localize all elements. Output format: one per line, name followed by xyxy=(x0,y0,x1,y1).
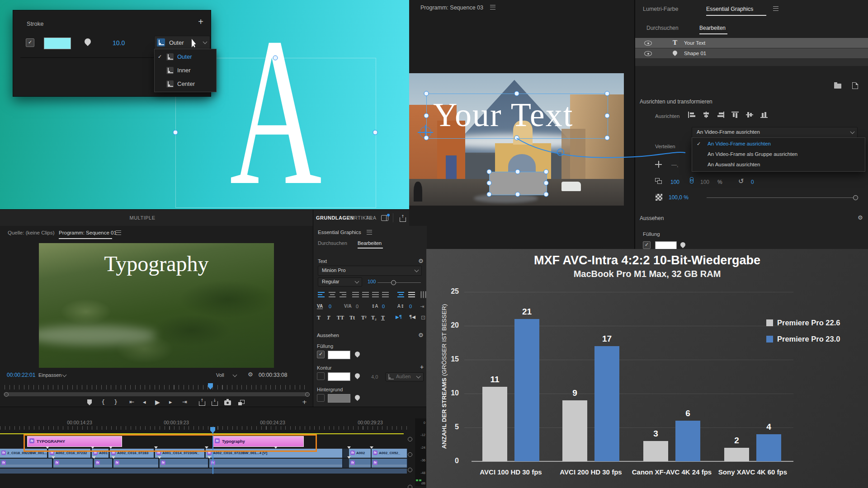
add-button-icon[interactable]: + xyxy=(302,399,307,405)
shape-selection-handle[interactable] xyxy=(544,181,549,186)
tab-lumetri[interactable]: Lumetri-Farbe xyxy=(643,6,679,12)
link-icon[interactable] xyxy=(689,177,694,183)
a1-clip[interactable]: fx xyxy=(349,459,372,468)
justify-last-center-icon[interactable] xyxy=(362,292,369,297)
visibility-eye-icon[interactable] xyxy=(644,51,652,56)
glyph-snap-icon[interactable]: ⊡ xyxy=(421,314,425,321)
eyedropper-icon[interactable] xyxy=(679,241,687,249)
vertical-align-center-icon[interactable] xyxy=(408,292,415,297)
align-text-left-icon[interactable] xyxy=(318,292,325,297)
align-text-right-icon[interactable] xyxy=(340,292,346,297)
wrench-icon[interactable]: ⚙ xyxy=(858,214,863,221)
align-bottom-icon[interactable] xyxy=(760,112,768,118)
monitor-scrollbar[interactable] xyxy=(4,392,309,396)
a1-clip[interactable]: fx xyxy=(113,459,159,468)
faux-bold-icon[interactable]: T xyxy=(317,314,321,321)
extract-icon[interactable] xyxy=(212,401,218,406)
fill-color-swatch[interactable] xyxy=(328,351,350,359)
tab-durchsuchen[interactable]: Durchsuchen xyxy=(318,240,347,246)
workspace-tab-multiple[interactable]: MULTIPLE xyxy=(123,215,162,221)
tab-durchsuchen[interactable]: Durchsuchen xyxy=(646,25,679,31)
menu-item-center[interactable]: Center xyxy=(155,77,216,91)
panel-menu-icon[interactable] xyxy=(367,230,372,235)
workspace-tab-tra[interactable]: TRA xyxy=(366,215,377,221)
opacity-slider-handle[interactable] xyxy=(853,195,858,200)
wrench-icon[interactable]: ⚙ xyxy=(248,371,253,378)
layer-row-shape[interactable]: Shape 01 xyxy=(635,48,868,59)
text-selection-handle[interactable] xyxy=(424,91,429,96)
step-forward-icon[interactable]: ▸ xyxy=(169,399,172,405)
scale-y-value[interactable]: 100 xyxy=(700,179,709,185)
eyedropper-icon[interactable] xyxy=(354,351,361,358)
new-layer-icon[interactable] xyxy=(852,82,858,89)
fill-checkbox[interactable] xyxy=(643,241,651,249)
background-color-swatch[interactable] xyxy=(328,394,350,403)
opacity-value[interactable]: 100,0 % xyxy=(669,194,689,201)
panel-menu-icon[interactable] xyxy=(773,6,778,11)
visibility-eye-icon[interactable] xyxy=(644,41,652,46)
shape-selection-handle[interactable] xyxy=(487,181,492,186)
v1-clip[interactable]: fxA002_C052_ xyxy=(372,449,408,458)
panel-menu-icon[interactable] xyxy=(490,5,495,9)
justify-all-icon[interactable] xyxy=(382,292,389,297)
lift-icon[interactable] xyxy=(199,401,205,406)
scrollbar-end-handle[interactable] xyxy=(4,392,9,397)
kerning-value[interactable]: 0 xyxy=(356,304,359,309)
a1-clip[interactable]: fx xyxy=(94,459,113,468)
shape-selection-handle[interactable] xyxy=(544,169,549,174)
vertical-align-top-icon[interactable] xyxy=(397,292,404,297)
track-scroll-handle[interactable] xyxy=(408,468,412,472)
menu-item-align-2[interactable]: An Auswahl ausrichten xyxy=(692,160,865,170)
small-caps-icon[interactable]: Tt xyxy=(349,314,355,321)
mark-out-icon[interactable]: } xyxy=(114,399,118,405)
mark-in-icon[interactable]: { xyxy=(101,399,105,405)
track-scroll-handle[interactable] xyxy=(408,485,412,488)
export-icon[interactable] xyxy=(400,217,406,222)
menu-item-inner[interactable]: Inner xyxy=(155,64,216,77)
text-selection-handle[interactable] xyxy=(424,136,429,141)
font-size-slider-handle[interactable] xyxy=(391,280,396,285)
fill-color-swatch[interactable] xyxy=(655,241,677,249)
go-to-out-icon[interactable]: ⇥ xyxy=(182,399,187,405)
a1-clip[interactable]: fx xyxy=(209,459,343,468)
faux-italic-icon[interactable]: T xyxy=(327,314,330,321)
subscript-icon[interactable]: T₂ xyxy=(371,314,377,321)
step-back-icon[interactable]: ◂ xyxy=(143,399,146,405)
wrench-icon[interactable]: ⚙ xyxy=(418,258,424,264)
stroke-width-value[interactable]: 4,0 xyxy=(371,374,378,380)
eyedropper-icon[interactable] xyxy=(354,372,361,380)
stroke-width-value[interactable]: 10.0 xyxy=(113,39,125,47)
stroke-color-swatch[interactable] xyxy=(328,372,350,381)
text-selection-handle[interactable] xyxy=(605,136,610,141)
leading-value[interactable]: 0 xyxy=(382,304,385,309)
paragraph-rtl-icon[interactable]: ¶◀ xyxy=(409,314,415,319)
stroke-position-dropdown[interactable]: Outer xyxy=(154,36,210,49)
stroke-position-dropdown[interactable]: Außen xyxy=(386,372,424,381)
tab-bearbeiten[interactable]: Bearbeiten xyxy=(358,240,382,246)
a1-clip[interactable]: fx xyxy=(372,459,408,468)
add-stroke-button[interactable] xyxy=(420,363,424,371)
selection-handle[interactable] xyxy=(273,56,278,61)
text-selection-handle[interactable] xyxy=(605,91,610,96)
go-to-in-icon[interactable]: ⇤ xyxy=(129,399,134,405)
font-size-slider-track[interactable] xyxy=(377,282,421,283)
track-scroll-handle[interactable] xyxy=(408,437,412,441)
a1-clip[interactable]: fx xyxy=(160,459,209,468)
align-center-horizontal-icon[interactable] xyxy=(746,112,753,118)
eyedropper-icon[interactable] xyxy=(354,394,361,401)
stroke-checkbox[interactable] xyxy=(317,372,325,380)
position-value[interactable]: —, xyxy=(671,162,678,168)
tab-program-sequence-01[interactable]: Programm: Sequence 01 xyxy=(59,230,117,235)
track-scroll-handle[interactable] xyxy=(408,452,412,457)
menu-item-outer[interactable]: Outer xyxy=(155,50,216,64)
a1-clip[interactable]: fx xyxy=(0,459,53,468)
align-left-icon[interactable] xyxy=(688,112,695,118)
tab-source[interactable]: Quelle: (keine Clips) xyxy=(8,230,55,235)
justify-last-left-icon[interactable] xyxy=(352,292,359,297)
selection-handle[interactable] xyxy=(173,130,178,135)
underline-icon[interactable]: T xyxy=(381,314,385,321)
align-top-icon[interactable] xyxy=(731,112,739,118)
zoom-level-dropdown[interactable]: Einpassen xyxy=(36,371,70,380)
timecode-current[interactable]: 00:00:22:01 xyxy=(7,372,35,378)
superscript-icon[interactable]: T² xyxy=(361,314,367,321)
